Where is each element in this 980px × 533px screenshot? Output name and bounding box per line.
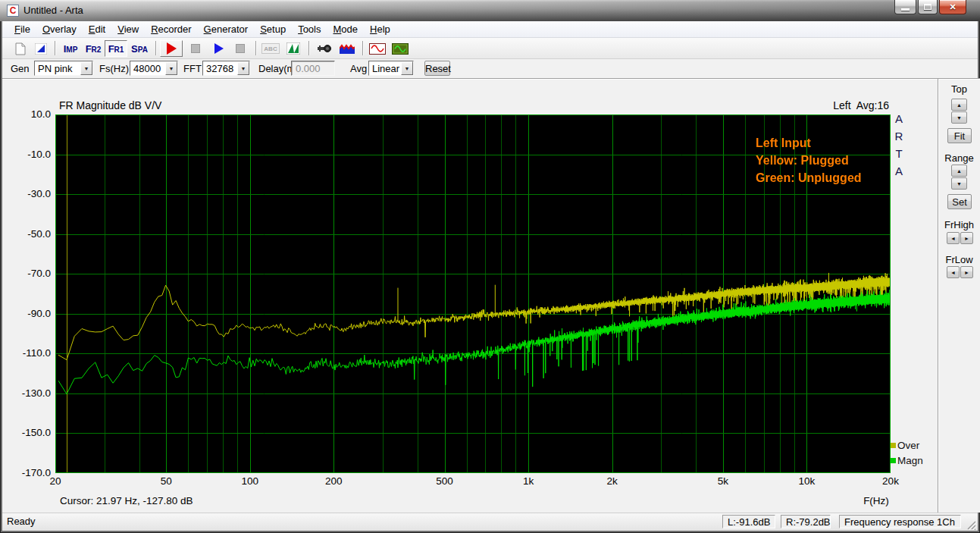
fft-label: FFT [183,63,202,74]
menu-generator[interactable]: Generator [198,21,255,37]
menu-setup[interactable]: Setup [254,21,292,37]
red-sine-icon [369,43,386,55]
legend-item-magn: Magn [891,455,923,466]
x-tick-1k: 1k [509,475,547,487]
minimize-button[interactable] [894,0,916,14]
annotation-line: Green: Unplugged [756,171,862,185]
menu-recorder[interactable]: Recorder [145,21,197,37]
range-down-button[interactable]: ▼ [951,177,967,190]
overlay-tool-button[interactable] [32,40,50,57]
fs-select[interactable]: 48000 ▼ [130,61,178,76]
status-bar: Ready L:-91.6dB R:-79.2dB Frequency resp… [2,513,978,531]
frlow-right-button[interactable]: ► [960,266,973,278]
range-up-button[interactable]: ▲ [951,165,967,177]
menu-edit[interactable]: Edit [83,21,111,37]
signal-generator-button[interactable] [390,40,410,57]
menu-file[interactable]: File [8,21,36,37]
side-panel: Top ▲ ▼ Fit Range ▲ ▼ Set FrHigh ◄ ► FrL… [938,78,980,513]
y-tick--30: -30.0 [10,188,51,199]
sine-generator-button[interactable] [367,40,387,57]
green-sine-icon [392,43,409,55]
menu-overlay[interactable]: Overlay [36,21,83,37]
fr-plot-canvas[interactable] [55,114,891,473]
frlow-left-button[interactable]: ◄ [947,266,960,278]
close-button[interactable]: ✕ [939,0,966,14]
frhigh-left-button[interactable]: ◄ [947,232,960,244]
watermark-letter: A [892,112,906,125]
new-document-icon [14,42,27,55]
record-stop-button[interactable] [185,40,205,57]
title-bar[interactable]: C Untitled - Arta ✕ [0,0,980,21]
new-file-button[interactable] [11,40,30,57]
left-arrow-icon: ◄ [950,236,956,241]
fr2-mode-button[interactable]: FR2 [83,40,104,57]
legend-label: Magn [897,455,923,466]
fr1-mode-button[interactable]: FR1 [105,40,127,57]
chart-title: FR Magnitude dB V/V [59,99,161,111]
blue-triangle-icon [35,43,47,55]
mode-panel: Frequency response 1Ch [839,515,961,528]
set-button[interactable]: Set [947,194,972,209]
frlow-label: FrLow [938,254,980,265]
delay-input[interactable]: 0.000 [291,61,335,76]
channel-info: Left Avg:16 [722,99,889,111]
record-start-button[interactable] [160,40,183,57]
legend-swatch [891,458,896,463]
avg-select[interactable]: Linear ▼ [368,61,414,76]
x-tick-2k: 2k [593,475,631,487]
app-logo-icon: C [7,5,19,17]
y-tick--90: -90.0 [10,308,51,319]
x-tick-20k: 20k [872,475,910,487]
spectrum-scaling-button[interactable] [337,40,357,57]
y-tick--110: -110.0 [10,347,51,359]
x-tick-20: 20 [36,475,74,487]
top-up-button[interactable]: ▲ [951,99,967,111]
toolbar-separator [308,41,310,55]
status-message: Ready [7,516,36,527]
avg-label: Avg [350,63,367,74]
reset-button[interactable]: Reset [424,61,450,76]
menu-tools[interactable]: Tools [292,21,327,37]
gen-value: PN pink [35,61,80,75]
fit-button[interactable]: Fit [947,128,972,143]
gen-select[interactable]: PN pink ▼ [34,61,93,76]
frhigh-label: FrHigh [938,219,980,230]
menu-mode[interactable]: Mode [327,21,365,37]
y-tick--130: -130.0 [10,387,51,399]
spa-mode-button[interactable]: SPA [129,40,150,57]
frhigh-right-button[interactable]: ► [960,232,973,244]
fft-select[interactable]: 32768 ▼ [202,61,250,76]
x-axis-title: F(Hz) [850,495,903,506]
x-tick-5k: 5k [704,475,742,487]
spa-label: SPA [131,43,148,55]
text-label-tool-button[interactable]: ABC [260,40,281,57]
watermark-letter: A [892,165,906,177]
x-tick-100: 100 [231,475,269,487]
red-play-icon [167,42,177,55]
imp-mode-button[interactable]: IMP [60,40,81,57]
cursor-readout: Cursor: 21.97 Hz, -127.80 dB [60,495,193,506]
menu-help[interactable]: Help [364,21,396,37]
chevron-down-icon[interactable]: ▼ [80,61,92,75]
watermark-letter: R [892,130,906,143]
x-tick-50: 50 [147,475,185,487]
range-label: Range [938,152,980,164]
minimize-icon [901,8,910,11]
y-tick--150: -150.0 [10,427,51,438]
chevron-down-icon[interactable]: ▼ [237,61,249,75]
fs-value: 48000 [130,61,165,75]
menu-view[interactable]: View [111,21,145,37]
top-label: Top [938,83,980,95]
resize-grip[interactable] [966,519,976,530]
chevron-down-icon[interactable]: ▼ [401,61,413,75]
x-tick-200: 200 [315,475,352,487]
toolbar-separator [55,41,56,55]
top-down-button[interactable]: ▼ [951,111,967,124]
generator-stop-button[interactable] [230,40,250,57]
generator-start-button[interactable] [208,40,229,57]
chevron-down-icon[interactable]: ▼ [165,61,177,75]
maximize-button[interactable] [918,0,938,14]
signal-view-button[interactable] [283,40,303,57]
mic-setup-button[interactable] [314,40,334,57]
up-arrow-icon: ▲ [957,168,962,174]
